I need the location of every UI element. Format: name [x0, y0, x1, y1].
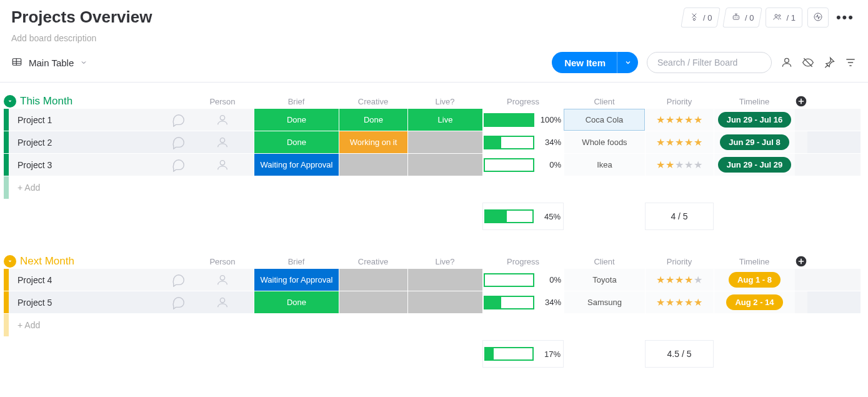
eye-hidden-icon[interactable] [802, 56, 814, 69]
column-header[interactable]: Priority [645, 97, 714, 106]
view-switcher[interactable]: Main Table [11, 56, 87, 69]
search-input[interactable] [657, 58, 761, 68]
pin-icon[interactable] [823, 56, 836, 69]
status-live[interactable]: Live [407, 109, 482, 131]
progress-cell[interactable]: 0% [482, 154, 564, 176]
column-header[interactable]: Person [191, 257, 254, 266]
add-column-button[interactable] [795, 255, 807, 268]
column-header[interactable]: Person [191, 97, 254, 106]
row-end [795, 291, 807, 313]
add-item-row[interactable]: + Add [4, 176, 861, 199]
status-creative[interactable]: Working on it [339, 131, 407, 153]
star-icon: ★ [684, 136, 694, 148]
timeline-cell[interactable]: Aug 2 - 14 [714, 291, 795, 313]
person-icon[interactable] [191, 158, 254, 172]
column-header[interactable]: Timeline [714, 257, 795, 266]
new-item-dropdown[interactable] [617, 52, 638, 73]
board-description-placeholder[interactable]: Add board description [11, 33, 152, 43]
progress-cell[interactable]: 34% [482, 291, 564, 313]
timeline-cell[interactable]: Jun 29 - Jul 16 [714, 109, 795, 131]
status-brief[interactable]: Waiting for Approval [254, 269, 339, 291]
status-live[interactable] [407, 291, 482, 313]
priority-cell[interactable]: ★★★★★ [645, 109, 714, 131]
star-icon: ★ [694, 296, 703, 308]
column-header[interactable]: Brief [254, 97, 339, 106]
activity-button[interactable] [807, 8, 829, 28]
timeline-cell[interactable]: Jun 29 - Jul 8 [714, 131, 795, 153]
priority-cell[interactable]: ★★★★★ [645, 131, 714, 153]
column-header[interactable]: Creative [339, 97, 407, 106]
star-icon: ★ [666, 114, 675, 126]
group-name[interactable]: This Month [20, 95, 72, 108]
comment-icon[interactable] [166, 136, 191, 149]
add-column-button[interactable] [795, 95, 807, 108]
filter-icon[interactable] [844, 56, 857, 69]
members-counter[interactable]: / 1 [766, 8, 802, 28]
progress-cell[interactable]: 100% [482, 109, 564, 131]
status-brief[interactable]: Waiting for Approval [254, 154, 339, 176]
client-cell[interactable]: Whole foods [564, 131, 645, 153]
status-brief[interactable]: Done [254, 109, 339, 131]
status-brief[interactable]: Done [254, 131, 339, 153]
status-live[interactable] [407, 269, 482, 291]
column-header[interactable]: Client [564, 97, 645, 106]
bugs-counter[interactable]: / 0 [681, 8, 721, 28]
person-icon[interactable] [191, 296, 254, 309]
column-header[interactable]: Progress [482, 97, 564, 106]
group-toggle[interactable] [4, 255, 16, 268]
status-creative[interactable] [339, 154, 407, 176]
comment-icon[interactable] [166, 113, 191, 127]
column-header[interactable]: Live? [407, 257, 482, 266]
person-icon[interactable] [191, 136, 254, 149]
svg-point-4 [775, 14, 777, 17]
status-creative[interactable]: Done [339, 109, 407, 131]
item-name[interactable]: Project 1 [9, 115, 166, 125]
item-name[interactable]: Project 3 [9, 160, 166, 170]
item-name[interactable]: Project 4 [9, 275, 166, 285]
column-header[interactable]: Priority [645, 257, 714, 266]
table-row[interactable]: Project 3 Waiting for Approval 0% Ikea★★… [4, 154, 861, 176]
more-options-button[interactable]: ••• [834, 9, 857, 26]
client-cell[interactable]: Toyota [564, 269, 645, 291]
status-live[interactable] [407, 131, 482, 153]
new-item-button[interactable]: New Item [552, 52, 638, 73]
table-row[interactable]: Project 2 DoneWorking on it 34% Whole fo… [4, 131, 861, 154]
status-brief[interactable]: Done [254, 291, 339, 313]
column-header[interactable]: Client [564, 257, 645, 266]
item-name[interactable]: Project 5 [9, 298, 166, 308]
column-header[interactable]: Brief [254, 257, 339, 266]
priority-cell[interactable]: ★★★★★ [645, 154, 714, 176]
automations-counter[interactable]: / 0 [722, 8, 762, 28]
status-live[interactable] [407, 154, 482, 176]
comment-icon[interactable] [166, 158, 191, 172]
person-icon[interactable] [191, 113, 254, 127]
table-row[interactable]: Project 4 Waiting for Approval 0% Toyota… [4, 269, 861, 291]
group-toggle[interactable] [4, 95, 16, 108]
add-item-row[interactable]: + Add [4, 314, 861, 336]
search-box[interactable] [647, 52, 772, 73]
person-filter-icon[interactable] [781, 56, 793, 69]
status-creative[interactable] [339, 291, 407, 313]
column-header[interactable]: Live? [407, 97, 482, 106]
client-cell[interactable]: Samsung [564, 291, 645, 313]
priority-cell[interactable]: ★★★★★ [645, 269, 714, 291]
client-cell[interactable]: Ikea [564, 154, 645, 176]
client-cell[interactable]: Coca Cola [564, 109, 645, 131]
status-creative[interactable] [339, 269, 407, 291]
comment-icon[interactable] [166, 296, 191, 309]
column-header[interactable]: Progress [482, 257, 564, 266]
priority-cell[interactable]: ★★★★★ [645, 291, 714, 313]
person-icon[interactable] [191, 273, 254, 287]
progress-cell[interactable]: 34% [482, 131, 564, 153]
column-header[interactable]: Timeline [714, 97, 795, 106]
timeline-cell[interactable]: Aug 1 - 8 [714, 269, 795, 291]
table-row[interactable]: Project 5 Done 34% Samsung★★★★★ Aug 2 - … [4, 291, 861, 314]
column-header[interactable]: Creative [339, 257, 407, 266]
item-name[interactable]: Project 2 [9, 138, 166, 148]
comment-icon[interactable] [166, 273, 191, 287]
group-name[interactable]: Next Month [20, 255, 74, 268]
progress-cell[interactable]: 0% [482, 269, 564, 291]
row-color-bar [4, 269, 9, 291]
table-row[interactable]: Project 1 DoneDoneLive 100% Coca Cola★★★… [4, 109, 861, 131]
timeline-cell[interactable]: Jun 29 - Jul 29 [714, 154, 795, 176]
